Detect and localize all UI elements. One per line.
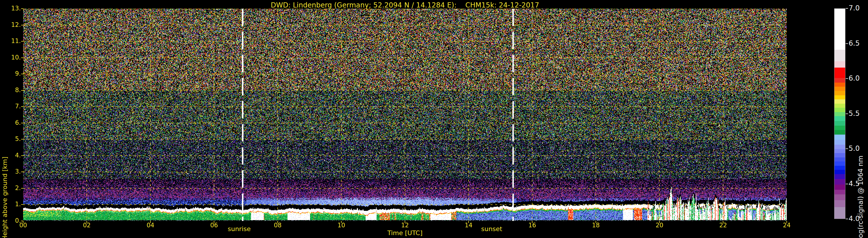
colorbar-tick-label: 5.0 bbox=[848, 144, 860, 152]
colorbar-tick-mark bbox=[846, 113, 848, 114]
heatmap-plot-canvas bbox=[23, 9, 787, 221]
y-tick-label: 6. bbox=[0, 119, 21, 126]
x-tick-mark bbox=[659, 221, 660, 223]
y-tick-mark bbox=[21, 8, 23, 9]
x-axis-label: Time [UTC] bbox=[387, 229, 423, 237]
x-tick-mark bbox=[405, 221, 405, 223]
x-tick-mark bbox=[23, 221, 24, 223]
colorbar-tick-label: 6.5 bbox=[848, 39, 860, 47]
colorbar-label: log(rc-signal) @ 1064 nm bbox=[857, 156, 864, 238]
y-tick-mark bbox=[21, 106, 23, 107]
ceilometer-quicklook-figure: DWD: Lindenberg (Germany; 52.2094 N / 14… bbox=[0, 0, 868, 238]
x-tick-mark bbox=[341, 221, 342, 223]
colorbar-tick-mark bbox=[846, 8, 848, 9]
x-tick-mark bbox=[723, 221, 723, 223]
x-tick-mark bbox=[468, 221, 469, 223]
y-tick-mark bbox=[21, 204, 23, 205]
colorbar-tick-label: 6.0 bbox=[848, 74, 860, 82]
y-tick-label: 7. bbox=[0, 103, 21, 110]
colorbar-tick-mark bbox=[846, 219, 848, 219]
x-tick-mark bbox=[214, 221, 214, 223]
y-tick-mark bbox=[21, 74, 23, 74]
colorbar-tick-label: 7.0 bbox=[848, 4, 860, 12]
page-title: DWD: Lindenberg (Germany; 52.2094 N / 14… bbox=[271, 1, 539, 9]
y-tick-label: 9. bbox=[0, 70, 21, 77]
y-tick-label: 2. bbox=[0, 184, 21, 192]
y-tick-label: 3. bbox=[0, 168, 21, 175]
y-tick-mark bbox=[21, 221, 23, 221]
x-tick-mark bbox=[87, 221, 87, 223]
y-tick-label: 4. bbox=[0, 152, 21, 159]
y-tick-mark bbox=[21, 139, 23, 139]
colorbar-tick-mark bbox=[846, 43, 848, 44]
y-tick-label: 13. bbox=[0, 5, 21, 12]
colorbar-tick-label: 4.5 bbox=[848, 180, 860, 188]
y-tick-label: 10. bbox=[0, 54, 21, 61]
x-tick-mark bbox=[786, 221, 787, 223]
colorbar-tick-label: 4.0 bbox=[848, 215, 860, 223]
colorbar bbox=[834, 8, 845, 219]
sunset-annotation: sunset bbox=[481, 225, 502, 233]
y-tick-mark bbox=[21, 172, 23, 172]
colorbar-tick-label: 5.5 bbox=[848, 109, 860, 117]
colorbar-tick-mark bbox=[846, 184, 848, 184]
y-tick-label: 5. bbox=[0, 135, 21, 142]
x-tick-mark bbox=[595, 221, 596, 223]
y-tick-label: 0. bbox=[0, 217, 21, 224]
y-tick-mark bbox=[21, 90, 23, 91]
x-tick-mark bbox=[150, 221, 151, 223]
y-tick-label: 11. bbox=[0, 38, 21, 44]
colorbar-tick-mark bbox=[846, 148, 848, 149]
colorbar-tick-mark bbox=[846, 78, 848, 79]
y-tick-label: 1. bbox=[0, 201, 21, 208]
y-tick-mark bbox=[21, 188, 23, 189]
sunrise-annotation: sunrise bbox=[228, 225, 251, 233]
y-tick-mark bbox=[21, 25, 23, 26]
y-tick-mark bbox=[21, 58, 23, 58]
y-tick-label: 12. bbox=[0, 21, 21, 28]
x-tick-mark bbox=[532, 221, 532, 223]
y-tick-mark bbox=[21, 123, 23, 123]
y-tick-mark bbox=[21, 156, 23, 156]
x-tick-mark bbox=[277, 221, 278, 223]
y-tick-label: 8. bbox=[0, 87, 21, 94]
y-tick-mark bbox=[21, 41, 23, 42]
